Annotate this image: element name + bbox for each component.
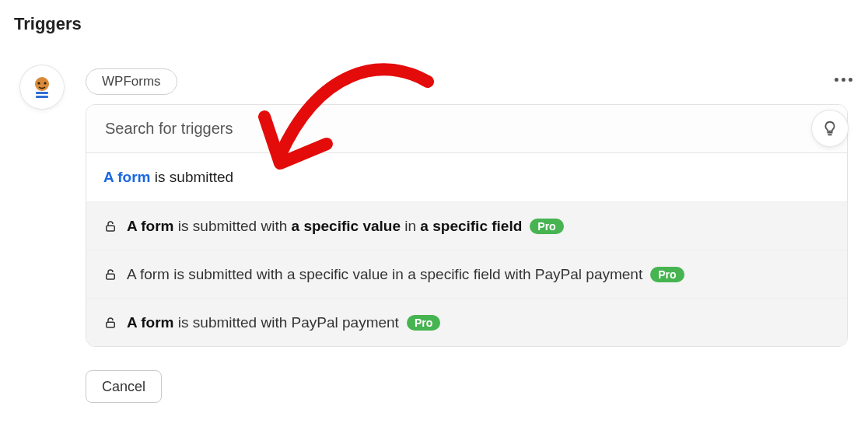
pro-badge: Pro <box>650 267 684 282</box>
svg-point-0 <box>35 77 49 91</box>
lock-icon <box>103 219 117 233</box>
lightbulb-icon <box>821 120 838 137</box>
wpforms-logo-icon <box>29 74 55 100</box>
trigger-panel: A form is submittedA form is submitted w… <box>86 104 848 347</box>
lock-icon <box>103 316 117 330</box>
trigger-row-label: A form is submitted with a specific valu… <box>127 218 522 235</box>
integration-avatar <box>20 65 64 109</box>
cancel-button[interactable]: Cancel <box>86 370 162 403</box>
integration-tag[interactable]: WPForms <box>86 68 177 95</box>
trigger-row-0[interactable]: A form is submitted <box>86 153 847 201</box>
more-options-button[interactable] <box>835 70 852 89</box>
svg-rect-3 <box>36 92 48 94</box>
search-input[interactable] <box>103 119 830 138</box>
svg-rect-5 <box>107 226 115 231</box>
pro-badge: Pro <box>407 315 440 331</box>
trigger-row-1[interactable]: A form is submitted with a specific valu… <box>86 201 847 250</box>
trigger-row-label: A form is submitted <box>103 169 233 186</box>
trigger-row-3[interactable]: A form is submitted with PayPal paymentP… <box>86 298 847 346</box>
hint-button[interactable] <box>812 110 848 146</box>
trigger-row-label: A form is submitted with PayPal payment <box>127 314 399 331</box>
svg-rect-4 <box>36 96 48 98</box>
svg-rect-7 <box>107 322 115 327</box>
svg-point-2 <box>44 82 46 84</box>
svg-point-1 <box>37 82 40 84</box>
page-title: Triggers <box>14 14 82 34</box>
trigger-row-2[interactable]: A form is submitted with a specific valu… <box>86 250 847 298</box>
trigger-row-label: A form is submitted with a specific valu… <box>127 266 642 283</box>
lock-icon <box>103 268 117 282</box>
search-bar <box>86 105 847 153</box>
svg-rect-6 <box>107 274 115 279</box>
pro-badge: Pro <box>530 219 563 234</box>
